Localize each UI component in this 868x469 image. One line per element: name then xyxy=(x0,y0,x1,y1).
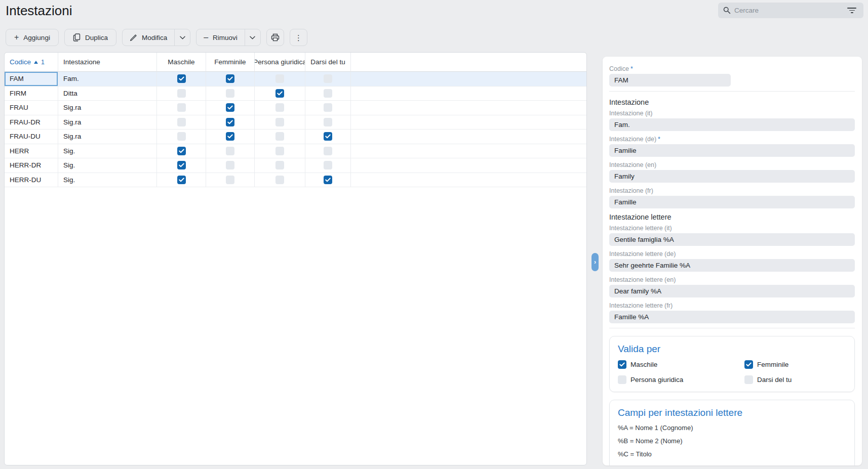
remove-dropdown-button[interactable] xyxy=(245,29,260,46)
table-row[interactable]: FRAU-DRSig.ra xyxy=(5,115,586,130)
cell-intestazione[interactable]: Ditta xyxy=(58,87,157,101)
femminile-checkbox[interactable] xyxy=(226,89,234,98)
field-label: Intestazione lettere (it) xyxy=(609,225,855,232)
column-header-persona-giuridica[interactable]: Persona giuridica xyxy=(255,53,305,72)
cell-codice[interactable]: HERR-DU xyxy=(5,173,58,188)
cell-codice[interactable]: HERR xyxy=(5,144,58,159)
cell-intestazione[interactable]: Sig.ra xyxy=(58,101,157,115)
darsi-del-tu-checkbox[interactable] xyxy=(324,74,332,83)
valida-checkbox[interactable] xyxy=(744,375,753,384)
codice-label: Codice xyxy=(609,65,629,72)
print-button[interactable] xyxy=(266,29,284,46)
cell-codice[interactable]: FRAU xyxy=(5,101,58,115)
femminile-checkbox[interactable] xyxy=(226,161,234,169)
cell-intestazione[interactable]: Sig. xyxy=(58,158,157,173)
valida-option-femminile[interactable]: Femminile xyxy=(744,360,846,369)
maschile-checkbox[interactable] xyxy=(177,132,186,141)
search-input[interactable] xyxy=(734,7,842,14)
cell-femminile xyxy=(206,158,255,173)
cell-intestazione[interactable]: Fam. xyxy=(58,72,157,87)
codice-field[interactable]: FAM xyxy=(609,74,731,87)
field-input[interactable]: Family xyxy=(609,170,855,183)
cell-codice[interactable]: HERR-DR xyxy=(5,158,58,173)
darsi-del-tu-checkbox[interactable] xyxy=(324,161,332,169)
valida-option-maschile[interactable]: Maschile xyxy=(618,360,744,369)
search-bar[interactable] xyxy=(718,3,863,18)
cell-codice[interactable]: FIRM xyxy=(5,87,58,101)
more-options-button[interactable]: ⋮ xyxy=(290,29,307,46)
field-input[interactable]: Famille xyxy=(609,196,855,208)
field-input[interactable]: Gentile famiglia %A xyxy=(609,233,855,246)
column-header-intestazione[interactable]: Intestazione xyxy=(58,53,157,72)
field-input[interactable]: Sehr geehrte Familie %A xyxy=(609,259,855,272)
darsi-del-tu-checkbox[interactable] xyxy=(324,103,332,112)
column-header-darsi-del-tu[interactable]: Darsi del tu xyxy=(305,53,351,72)
filter-icon[interactable] xyxy=(845,6,858,15)
field-label-text: Intestazione lettere (en) xyxy=(609,276,676,283)
maschile-checkbox[interactable] xyxy=(177,89,186,98)
femminile-checkbox[interactable] xyxy=(226,147,234,155)
cell-codice[interactable]: FRAU-DU xyxy=(5,130,58,144)
table-row[interactable]: FRAU-DUSig.ra xyxy=(5,130,586,144)
maschile-checkbox[interactable] xyxy=(177,103,186,112)
cell-intestazione[interactable]: Sig. xyxy=(58,144,157,159)
persona-giuridica-checkbox[interactable] xyxy=(275,132,284,141)
maschile-checkbox[interactable] xyxy=(177,161,186,169)
table-row[interactable]: FRAUSig.ra xyxy=(5,101,586,115)
table-row[interactable]: FIRMDitta xyxy=(5,87,586,101)
maschile-checkbox[interactable] xyxy=(177,147,186,155)
table-row[interactable]: HERRSig. xyxy=(5,144,586,159)
remove-button[interactable]: – Rimuovi xyxy=(196,29,245,46)
duplicate-button[interactable]: Duplica xyxy=(64,29,116,46)
valida-checkbox[interactable] xyxy=(744,360,753,369)
persona-giuridica-checkbox[interactable] xyxy=(275,118,284,126)
table-row[interactable]: FAMFam. xyxy=(5,72,586,87)
persona-giuridica-checkbox[interactable] xyxy=(275,176,284,184)
persona-giuridica-checkbox[interactable] xyxy=(275,161,284,169)
persona-giuridica-checkbox[interactable] xyxy=(275,89,284,98)
darsi-del-tu-checkbox[interactable] xyxy=(324,118,332,126)
cell-codice[interactable]: FAM xyxy=(5,72,58,87)
table-row[interactable]: HERR-DUSig. xyxy=(5,173,586,188)
valida-checkbox[interactable] xyxy=(618,375,626,384)
maschile-checkbox[interactable] xyxy=(177,74,186,83)
detail-field: Intestazione lettere (it)Gentile famigli… xyxy=(609,225,855,246)
persona-giuridica-checkbox[interactable] xyxy=(275,147,284,155)
print-icon xyxy=(271,33,280,41)
cell-intestazione[interactable]: Sig.ra xyxy=(58,115,157,130)
valida-option-persona-giuridica[interactable]: Persona giuridica xyxy=(618,375,744,384)
darsi-del-tu-checkbox[interactable] xyxy=(324,176,332,184)
cell-intestazione[interactable]: Sig.ra xyxy=(58,130,157,144)
femminile-checkbox[interactable] xyxy=(226,176,234,184)
femminile-checkbox[interactable] xyxy=(226,103,234,112)
add-button[interactable]: + Aggiungi xyxy=(6,29,59,46)
valida-option-darsi-del-tu[interactable]: Darsi del tu xyxy=(744,375,846,384)
field-input[interactable]: Fam. xyxy=(609,118,855,131)
table-row[interactable]: HERR-DRSig. xyxy=(5,158,586,173)
darsi-del-tu-checkbox[interactable] xyxy=(324,89,332,98)
femminile-checkbox[interactable] xyxy=(226,118,234,126)
femminile-checkbox[interactable] xyxy=(226,132,234,141)
femminile-checkbox[interactable] xyxy=(226,74,234,83)
cell-intestazione[interactable]: Sig. xyxy=(58,173,157,188)
darsi-del-tu-checkbox[interactable] xyxy=(324,147,332,155)
pencil-icon xyxy=(130,34,137,41)
persona-giuridica-checkbox[interactable] xyxy=(275,103,284,112)
persona-giuridica-checkbox[interactable] xyxy=(275,74,284,83)
valida-checkbox[interactable] xyxy=(618,360,626,369)
edit-dropdown-button[interactable] xyxy=(174,29,190,46)
panel-collapse-handle[interactable]: › xyxy=(591,253,599,271)
check-icon xyxy=(227,120,233,124)
field-input[interactable]: Familie xyxy=(609,144,855,157)
field-input[interactable]: Dear family %A xyxy=(609,285,855,297)
maschile-checkbox[interactable] xyxy=(177,118,186,126)
field-input[interactable]: Famille %A xyxy=(609,311,855,323)
maschile-checkbox[interactable] xyxy=(177,176,186,184)
edit-button[interactable]: Modifica xyxy=(123,29,174,46)
column-header-maschile[interactable]: Maschile xyxy=(157,53,206,72)
column-header-codice[interactable]: Codice 1 xyxy=(5,53,58,72)
darsi-del-tu-checkbox[interactable] xyxy=(324,132,332,141)
cell-femminile xyxy=(206,173,255,188)
cell-codice[interactable]: FRAU-DR xyxy=(5,115,58,130)
column-header-femminile[interactable]: Femminile xyxy=(206,53,255,72)
